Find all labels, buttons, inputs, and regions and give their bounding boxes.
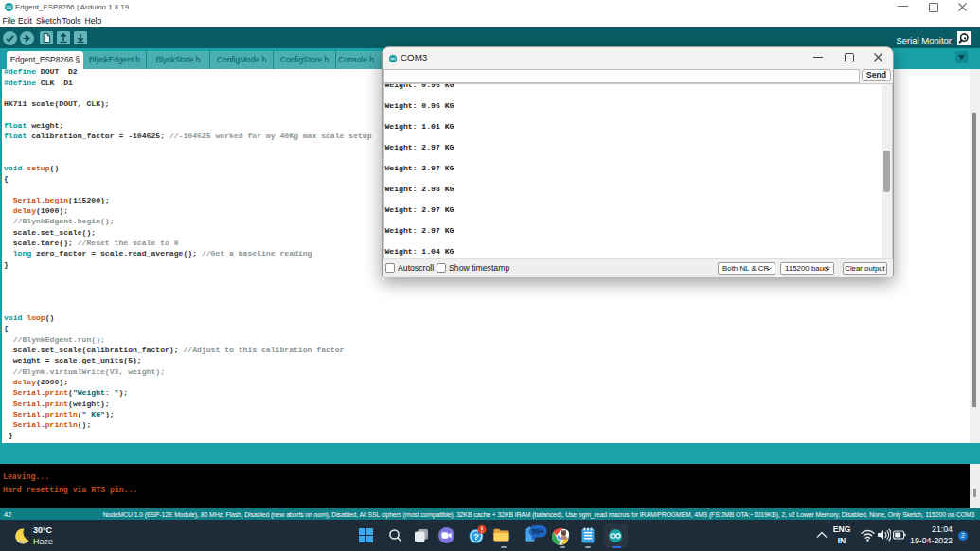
svg-text:?: ? [472, 531, 478, 542]
svg-text:99+: 99+ [531, 527, 544, 536]
